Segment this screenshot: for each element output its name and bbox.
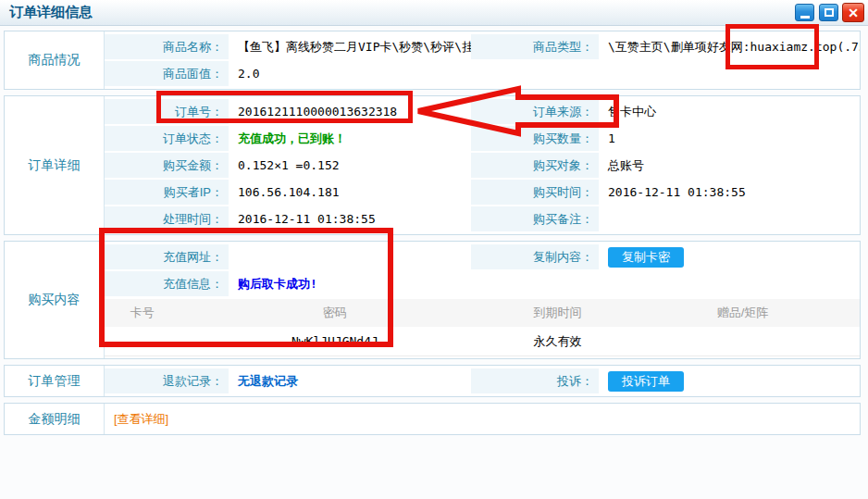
buyer-ip-value: 106.56.104.181 <box>229 179 471 206</box>
order-status-value: 充值成功，已到账！ <box>229 125 471 152</box>
recharge-url-label: 充值网址： <box>105 244 229 269</box>
refund-record-value: 无退款记录 <box>229 368 471 394</box>
recharge-info-value: 购后取卡成功! <box>229 270 471 297</box>
complain-order-button[interactable]: 投诉订单 <box>608 371 684 392</box>
process-time-label: 处理时间： <box>105 206 229 231</box>
amount-section: 金额明细 [查看详细] <box>4 403 861 435</box>
order-no-label: 订单号： <box>105 99 229 124</box>
card-password-cell: NwKlJUJGNd4J <box>180 334 490 348</box>
product-name-value: 【鱼飞】离线秒赞二月VIP卡\秒赞\秒评\挂挂 <box>229 33 471 60</box>
buy-target-label: 购买对象： <box>471 153 599 178</box>
buy-qty-value: 1 <box>599 125 860 152</box>
amount-section-title: 金额明细 <box>5 404 105 434</box>
order-no-value: 2016121110000013632318 <box>229 98 471 125</box>
product-type-value: \互赞主页\删单项好友网:huaxiamz.top(.7517 <box>599 33 860 60</box>
buy-amount-value: 0.152×1 =0.152 <box>229 152 471 179</box>
order-section-title: 订单详细 <box>5 96 105 234</box>
product-section-title: 商品情况 <box>5 31 105 89</box>
card-password-header: 密码 <box>180 305 490 321</box>
order-source-label: 订单来源： <box>471 99 599 124</box>
order-source-value: 售卡中心 <box>599 98 860 125</box>
manage-section: 订单管理 退款记录： 无退款记录 投诉： 投诉订单 <box>4 365 861 397</box>
complaint-label: 投诉： <box>471 368 599 393</box>
buy-remark-value <box>599 206 860 232</box>
maximize-icon <box>825 8 834 17</box>
card-table-row: NwKlJUJGNd4J 永久有效 <box>105 327 860 356</box>
order-section: 订单详细 订单号： 2016121110000013632318 订单状态： 充… <box>4 95 861 235</box>
product-type-label: 商品类型： <box>471 34 599 59</box>
product-name-label: 商品名称： <box>105 34 229 59</box>
buy-qty-label: 购买数量： <box>471 126 599 151</box>
recharge-info-label: 充值信息： <box>105 271 229 296</box>
product-face-label: 商品面值： <box>105 61 229 86</box>
copy-content-label: 复制内容： <box>471 244 599 269</box>
title-bar: 订单详细信息 ✕ <box>0 0 868 26</box>
minimize-icon <box>800 16 810 19</box>
buy-remark-label: 购买备注： <box>471 206 599 231</box>
close-button[interactable]: ✕ <box>842 3 864 22</box>
process-time-value: 2016-12-11 01:38:55 <box>229 206 471 232</box>
order-status-label: 订单状态： <box>105 126 229 151</box>
view-detail-link[interactable]: [查看详细] <box>105 405 860 432</box>
minimize-button[interactable] <box>795 4 814 21</box>
close-icon: ✕ <box>848 6 859 19</box>
product-face-value: 2.0 <box>229 60 471 87</box>
recharge-url-value <box>229 243 471 270</box>
content-section: 购买内容 充值网址： 充值信息： 购后取卡成功! 复制内容： 复制卡密 <box>4 241 861 359</box>
card-no-header: 卡号 <box>105 305 180 321</box>
buy-amount-label: 购买金额： <box>105 153 229 178</box>
buyer-ip-label: 购买者IP： <box>105 180 229 205</box>
buy-time-value: 2016-12-11 01:38:55 <box>599 179 860 206</box>
card-expiry-header: 到期时间 <box>490 305 626 321</box>
product-section: 商品情况 商品名称： 【鱼飞】离线秒赞二月VIP卡\秒赞\秒评\挂挂 商品类型：… <box>4 31 861 90</box>
card-table-header: 卡号 密码 到期时间 赠品/矩阵 <box>105 299 860 327</box>
copy-card-secret-button[interactable]: 复制卡密 <box>608 247 684 268</box>
maximize-button[interactable] <box>819 4 838 21</box>
card-gift-header: 赠品/矩阵 <box>626 305 860 321</box>
refund-record-label: 退款记录： <box>105 368 229 393</box>
buy-target-value: 总账号 <box>599 152 860 179</box>
content-section-title: 购买内容 <box>5 242 105 358</box>
page-title: 订单详细信息 <box>9 4 93 21</box>
card-expiry-cell: 永久有效 <box>490 333 626 350</box>
manage-section-title: 订单管理 <box>5 366 105 396</box>
buy-time-label: 购买时间： <box>471 180 599 205</box>
